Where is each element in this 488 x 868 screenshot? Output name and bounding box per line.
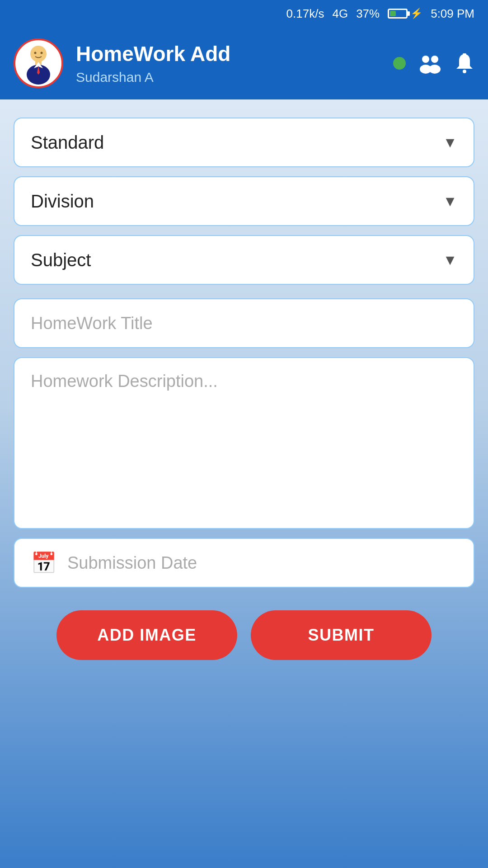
subject-label: Subject xyxy=(31,250,91,270)
dropdown-section: Standard ▼ Division ▼ Subject ▼ xyxy=(14,118,474,285)
online-status-dot xyxy=(393,57,406,70)
app-header: HomeWork Add Sudarshan A xyxy=(0,27,488,99)
svg-point-11 xyxy=(463,70,466,73)
user-name: Sudarshan A xyxy=(76,70,380,85)
date-placeholder-text: Submission Date xyxy=(67,553,197,573)
status-bar: 0.17k/s 4G 37% ⚡ 5:09 PM xyxy=(0,0,488,27)
division-dropdown[interactable]: Division ▼ xyxy=(14,176,474,226)
action-buttons: ADD IMAGE SUBMIT xyxy=(14,610,474,660)
group-icon[interactable] xyxy=(418,53,442,74)
svg-point-7 xyxy=(422,56,429,63)
calendar-icon: 📅 xyxy=(31,551,56,575)
homework-description-textarea[interactable] xyxy=(14,357,474,529)
svg-point-0 xyxy=(30,46,47,62)
subject-chevron-icon: ▼ xyxy=(443,252,457,269)
signal-type: 4G xyxy=(332,7,348,21)
standard-dropdown[interactable]: Standard ▼ xyxy=(14,118,474,167)
submission-date-field[interactable]: 📅 Submission Date xyxy=(14,538,474,588)
standard-chevron-icon: ▼ xyxy=(443,134,457,151)
add-image-button[interactable]: ADD IMAGE xyxy=(56,610,237,660)
avatar xyxy=(14,38,63,88)
header-info: HomeWork Add Sudarshan A xyxy=(76,42,380,85)
svg-point-6 xyxy=(41,52,43,54)
division-label: Division xyxy=(31,191,94,212)
avatar-image xyxy=(20,42,56,85)
notification-bell-icon[interactable] xyxy=(455,52,474,74)
page-title: HomeWork Add xyxy=(76,42,380,66)
svg-point-5 xyxy=(34,52,37,54)
submit-button[interactable]: SUBMIT xyxy=(251,610,432,660)
header-actions xyxy=(393,52,474,74)
svg-point-8 xyxy=(431,56,438,63)
division-chevron-icon: ▼ xyxy=(443,193,457,210)
battery-icon: ⚡ xyxy=(388,8,422,19)
time-display: 5:09 PM xyxy=(431,7,474,21)
subject-dropdown[interactable]: Subject ▼ xyxy=(14,235,474,285)
homework-title-input[interactable] xyxy=(14,298,474,348)
svg-point-10 xyxy=(429,65,441,74)
battery-percent: 37% xyxy=(356,7,380,21)
network-speed: 0.17k/s xyxy=(286,7,324,21)
main-content: Standard ▼ Division ▼ Subject ▼ 📅 Submis… xyxy=(0,99,488,868)
standard-label: Standard xyxy=(31,132,104,153)
svg-rect-12 xyxy=(463,53,466,55)
